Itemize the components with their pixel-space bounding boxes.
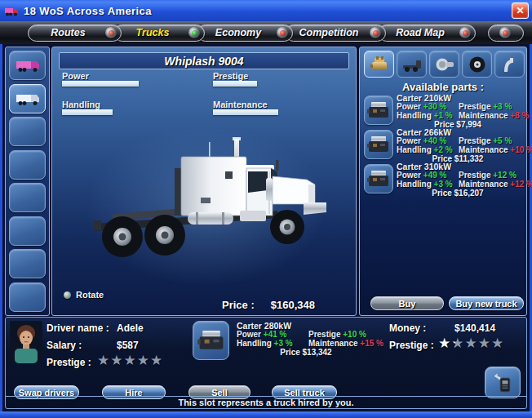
category-tires-button[interactable] [462, 51, 492, 78]
white-semi-truck-render [72, 127, 335, 284]
tab-road-map-label: Road Map [396, 27, 458, 38]
tab-competition[interactable]: Competition [285, 24, 386, 42]
prestige-label: Prestige [213, 71, 248, 81]
app-icon [4, 5, 19, 17]
money-label: Money : [389, 322, 426, 334]
driver-prestige-label: Prestige : [47, 357, 91, 368]
star-icon: ★ [97, 354, 109, 367]
power-label: Power [62, 71, 89, 81]
truck-slot-7[interactable] [9, 249, 46, 278]
engine-part-icon [366, 167, 391, 190]
current-part-info: Carter 280kW Power +41 %Prestige +10 % H… [237, 322, 383, 357]
category-chassis-button[interactable] [397, 51, 427, 78]
buy-new-truck-button[interactable]: Buy new truck [449, 296, 524, 310]
truck-detail-panel: Whiplash 9004 Power Prestige Handling Ma… [51, 47, 357, 316]
truck-3d-view[interactable] [72, 127, 335, 284]
star-icon: ★ [110, 354, 122, 367]
tire-icon [467, 56, 488, 73]
part-item: Carter 310kW Power +49 %Prestige +12 % H… [360, 162, 526, 197]
wheel-icon [188, 27, 200, 38]
star-icon: ★ [451, 336, 463, 350]
part-info: Carter 310kW Power +49 %Prestige +12 % H… [397, 162, 525, 198]
star-icon: ★ [491, 336, 503, 350]
part-engine-button[interactable] [364, 96, 393, 125]
power-bar [62, 81, 193, 87]
available-parts-header: Available parts : [360, 81, 526, 93]
tab-road-map[interactable]: Road Map [378, 24, 476, 42]
part-item: Carter 210kW Power +30 %Prestige +3 % Ha… [360, 94, 526, 128]
driver-prestige-stars: ★★★★★ [97, 354, 163, 367]
driver-and-finance-panel: Driver name : Adele Salary : $587 Presti… [5, 317, 527, 409]
engine-part-icon [197, 327, 226, 354]
truck-slot-sidebar [5, 47, 50, 316]
wheel-icon [370, 27, 381, 38]
rotate-indicator-icon [64, 291, 71, 299]
fuel-pump-icon [493, 372, 512, 394]
window-title: 18 WoS Across America [24, 5, 152, 17]
truck-slot-8[interactable] [9, 282, 46, 312]
driver-name-label: Driver name : [47, 322, 109, 334]
truck-slot-3[interactable] [9, 117, 46, 146]
truck-slot-5[interactable] [9, 183, 46, 212]
close-button[interactable]: ✕ [512, 2, 529, 19]
rotate-control[interactable]: Rotate [64, 290, 104, 300]
tab-menu[interactable] [488, 24, 524, 42]
star-icon: ★ [465, 336, 477, 350]
part-engine-button[interactable] [364, 130, 393, 159]
title-bar: 18 WoS Across America ✕ [0, 0, 532, 21]
close-icon: ✕ [516, 5, 524, 16]
tab-economy-label: Economy [215, 27, 274, 38]
star-icon: ★ [124, 354, 136, 367]
driver-avatar [10, 321, 42, 363]
engine-part-icon [366, 99, 391, 122]
game-window: 18 WoS Across America ✕ Routes Trucks Ec… [0, 0, 532, 418]
part-info: Carter 266kW Power +40 %Prestige +5 % Ha… [397, 128, 525, 163]
salary-value: $587 [117, 340, 139, 351]
tab-trucks[interactable]: Trucks [113, 24, 205, 42]
star-icon: ★ [478, 336, 490, 350]
wheel-icon [277, 27, 288, 38]
maintenance-label: Maintenance [213, 100, 268, 109]
money-value: $140,414 [454, 322, 495, 334]
nav-bar: Routes Trucks Economy Competition Road M… [0, 21, 532, 44]
truck-slot-4[interactable] [9, 150, 46, 180]
player-prestige-stars: ★★★★★ [438, 336, 504, 350]
part-engine-button[interactable] [364, 164, 393, 193]
truck-price: Price : $160,348 [222, 299, 315, 311]
window-bottom-frame [0, 411, 532, 418]
part-price: Price $13,342 [237, 348, 375, 357]
transmission-icon [434, 56, 455, 73]
engine-part-icon [366, 133, 391, 156]
fuel-station-button[interactable] [485, 367, 521, 398]
current-part-button[interactable] [193, 321, 229, 360]
salary-label: Salary : [47, 340, 82, 351]
status-bar: This slot represents a truck hired by yo… [6, 396, 526, 408]
star-icon: ★ [150, 354, 162, 367]
truck-slot-1[interactable] [9, 51, 46, 80]
category-engine-button[interactable] [364, 51, 394, 78]
prestige-bar [213, 81, 344, 87]
category-transmission-button[interactable] [429, 51, 459, 78]
engine-icon [369, 56, 390, 73]
front-wheel [270, 210, 304, 244]
tab-competition-label: Competition [299, 27, 372, 38]
chassis-icon [401, 56, 423, 73]
truck-name-title: Whiplash 9004 [59, 52, 349, 69]
wheel-icon [459, 27, 471, 38]
wheel-icon [499, 27, 511, 38]
part-info: Carter 210kW Power +30 %Prestige +3 % Ha… [397, 94, 525, 129]
tab-routes[interactable]: Routes [28, 24, 122, 42]
price-value: $160,348 [271, 299, 315, 311]
part-item: Carter 266kW Power +40 %Prestige +5 % Ha… [360, 128, 526, 162]
truck-slot-2[interactable] [9, 84, 46, 113]
buy-button[interactable]: Buy [370, 296, 444, 310]
handling-bar [62, 109, 193, 115]
white-truck-icon [14, 91, 42, 107]
content-area: Whiplash 9004 Power Prestige Handling Ma… [2, 44, 530, 411]
category-exhaust-button[interactable] [494, 51, 525, 78]
tab-economy[interactable]: Economy [197, 24, 293, 42]
player-prestige-label: Prestige : [389, 340, 434, 351]
truck-slot-6[interactable] [9, 216, 46, 246]
wheel-icon [105, 27, 117, 38]
driver-name-value: Adele [117, 322, 144, 334]
